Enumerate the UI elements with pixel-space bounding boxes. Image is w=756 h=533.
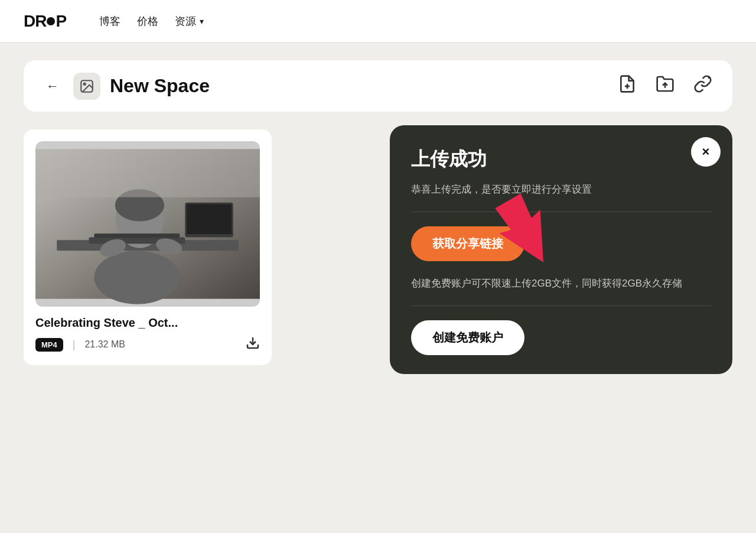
navbar: DR P 博客 价格 资源 ▾ xyxy=(0,0,756,43)
file-size: 21.32 MB xyxy=(84,339,125,350)
new-file-button[interactable] xyxy=(615,72,639,100)
svg-rect-15 xyxy=(187,204,232,235)
popup-title: 上传成功 xyxy=(411,147,711,173)
svg-line-4 xyxy=(708,77,710,79)
file-card: Celebrating Steve _ Oct... MP4 | 21.32 M… xyxy=(24,129,272,365)
popup-divider-1 xyxy=(411,212,711,212)
svg-rect-11 xyxy=(94,233,180,238)
content-area: ← New Space xyxy=(0,43,756,383)
nav-links: 博客 价格 资源 ▾ xyxy=(99,14,204,28)
popup-promo-text: 创建免费账户可不限速上传2GB文件，同时获得2GB永久存储 xyxy=(411,275,711,291)
upload-folder-button[interactable] xyxy=(653,72,677,100)
file-meta: MP4 | 21.32 MB xyxy=(35,336,260,353)
header-card: ← New Space xyxy=(24,60,732,112)
chevron-down-icon: ▾ xyxy=(200,17,204,26)
share-link-cta-button[interactable]: 获取分享链接 xyxy=(411,226,524,261)
space-icon xyxy=(73,73,100,100)
page-title: New Space xyxy=(110,75,210,97)
file-divider: | xyxy=(73,339,76,351)
logo[interactable]: DR P xyxy=(24,12,66,31)
header-actions xyxy=(615,72,715,100)
file-name: Celebrating Steve _ Oct... xyxy=(35,316,260,330)
popup-close-button[interactable]: × xyxy=(691,137,721,167)
header-left: ← New Space xyxy=(41,73,210,100)
nav-blog[interactable]: 博客 xyxy=(99,14,120,28)
svg-point-1 xyxy=(84,83,86,84)
file-thumbnail xyxy=(35,141,260,307)
nav-pricing[interactable]: 价格 xyxy=(137,14,158,28)
share-link-button[interactable] xyxy=(691,72,715,100)
svg-point-7 xyxy=(94,251,180,304)
download-button[interactable] xyxy=(246,336,260,353)
nav-resources[interactable]: 资源 ▾ xyxy=(175,14,204,28)
popup-subtitle: 恭喜上传完成，是否要立即进行分享设置 xyxy=(411,182,711,197)
file-type-badge: MP4 xyxy=(35,338,63,352)
success-popup: × 上传成功 恭喜上传完成，是否要立即进行分享设置 获取分享链接 创建免费账户可… xyxy=(390,125,732,374)
back-button[interactable]: ← xyxy=(41,76,64,96)
create-account-button[interactable]: 创建免费账户 xyxy=(411,320,524,355)
svg-rect-16 xyxy=(35,149,260,197)
popup-divider-2 xyxy=(411,306,711,306)
